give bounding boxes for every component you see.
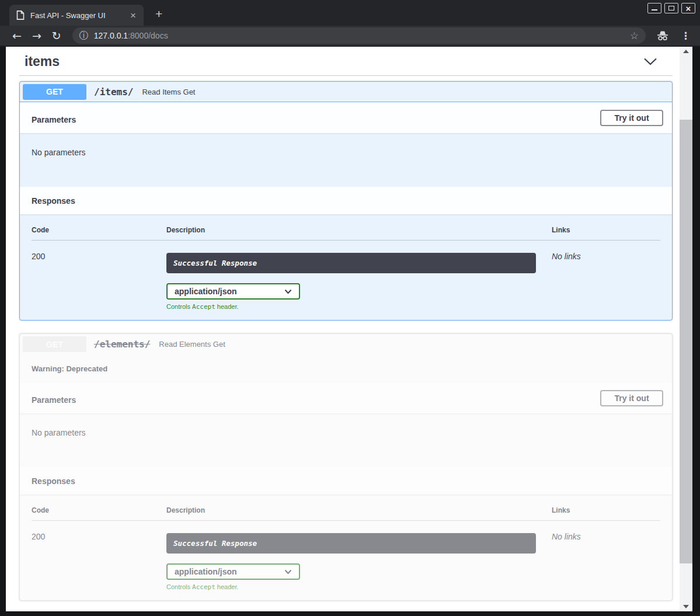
accept-header-hint: Controls Accept header.	[166, 303, 552, 311]
response-links: No links	[552, 241, 660, 311]
responses-body: Code Description Links 200 Successful Re…	[20, 214, 672, 320]
scrollbar-thumb[interactable]	[680, 120, 692, 563]
deprecated-warning: Warning: Deprecated	[20, 354, 672, 382]
close-window-button[interactable]: ×	[681, 3, 695, 13]
column-header-code: Code	[32, 226, 166, 241]
try-it-out-button[interactable]: Try it out	[600, 390, 663, 406]
response-code: 200	[32, 241, 166, 311]
browser-menu-icon[interactable]: ⋮	[677, 30, 694, 41]
responses-table: Code Description Links 200 Successful Re…	[32, 506, 660, 591]
parameters-tab[interactable]: Parameters	[32, 391, 76, 405]
url-path: :8000/docs	[128, 31, 168, 40]
accept-header-hint: Controls Accept header.	[166, 583, 552, 591]
responses-body: Code Description Links 200 Successful Re…	[20, 495, 672, 600]
maximize-button[interactable]	[664, 3, 678, 13]
operation-path: /items/	[94, 86, 133, 98]
column-header-links: Links	[552, 226, 660, 241]
minimize-icon	[652, 9, 657, 11]
parameters-body: No parameters	[20, 133, 672, 187]
operation-summary[interactable]: GET /items/ Read Items Get	[20, 82, 672, 102]
reload-icon[interactable]: ↻	[47, 29, 67, 43]
operation-path: /elements/	[94, 339, 150, 350]
select-chevron-icon	[284, 566, 292, 577]
parameters-tab[interactable]: Parameters	[32, 111, 76, 125]
column-header-links: Links	[552, 506, 660, 521]
method-badge: GET	[23, 84, 86, 100]
responses-table: Code Description Links 200 Successful Re…	[32, 226, 660, 311]
column-header-code: Code	[32, 506, 166, 521]
scrollbar-track[interactable]	[680, 56, 692, 602]
close-icon: ×	[686, 4, 691, 13]
response-code: 200	[32, 521, 166, 591]
new-tab-button[interactable]: +	[152, 6, 166, 21]
parameters-header: Parameters Try it out	[20, 382, 672, 413]
url-host: 127.0.0.1	[94, 31, 128, 40]
tab-close-icon[interactable]: ×	[127, 10, 139, 21]
bookmark-star-icon[interactable]: ☆	[630, 30, 639, 41]
minimize-button[interactable]	[647, 3, 661, 13]
responses-header: Responses	[20, 467, 672, 495]
response-description-box: Successful Response	[166, 253, 536, 273]
swagger-main: items GET /items/ Read Items Get	[6, 47, 680, 601]
incognito-icon	[656, 30, 669, 41]
swagger-page: items GET /items/ Read Items Get	[6, 47, 680, 611]
responses-title: Responses	[32, 476, 75, 486]
column-header-description: Description	[166, 506, 552, 521]
operation-get-elements-deprecated: GET /elements/ Read Elements Get Warning…	[19, 333, 673, 601]
operation-summary-text: Read Elements Get	[159, 340, 225, 349]
maximize-icon	[668, 6, 674, 11]
browser-toolbar: ← → ↻ ⓘ 127.0.0.1:8000/docs ☆ ⋮	[0, 26, 700, 47]
parameters-header: Parameters Try it out	[20, 102, 672, 133]
back-icon[interactable]: ←	[7, 29, 27, 43]
parameters-body: No parameters	[20, 413, 672, 467]
collapse-chevron-icon[interactable]	[643, 57, 657, 66]
window-controls: ×	[647, 3, 695, 13]
tag-section-header[interactable]: items	[19, 53, 673, 69]
browser-titlebar: Fast API - Swagger UI × + ×	[0, 0, 700, 26]
operation-get-items: GET /items/ Read Items Get Parameters Tr…	[19, 81, 673, 321]
responses-header: Responses	[20, 187, 672, 214]
response-description-cell: Successful Response application/json Con…	[166, 521, 552, 591]
address-bar[interactable]: ⓘ 127.0.0.1:8000/docs ☆	[72, 27, 646, 44]
no-parameters-text: No parameters	[32, 148, 86, 157]
response-links: No links	[552, 521, 660, 591]
select-chevron-icon	[284, 286, 292, 297]
media-type-select[interactable]: application/json	[166, 563, 300, 580]
url-text: 127.0.0.1:8000/docs	[94, 31, 630, 40]
site-info-icon[interactable]: ⓘ	[79, 30, 89, 42]
method-badge: GET	[23, 336, 86, 352]
column-header-description: Description	[166, 226, 552, 241]
tag-title: items	[25, 54, 60, 69]
page-area: items GET /items/ Read Items Get	[6, 47, 692, 611]
scroll-down-icon[interactable]	[680, 602, 692, 611]
scroll-up-icon[interactable]	[680, 47, 692, 56]
response-description-box: Successful Response	[166, 533, 536, 554]
page-scrollbar[interactable]	[680, 47, 692, 611]
browser-tab[interactable]: Fast API - Swagger UI ×	[9, 5, 144, 26]
responses-title: Responses	[32, 196, 75, 206]
response-description-cell: Successful Response application/json Con…	[166, 241, 552, 311]
browser-window: Fast API - Swagger UI × + × ← → ↻ ⓘ 127.…	[0, 0, 700, 616]
section-divider	[19, 75, 673, 76]
no-parameters-text: No parameters	[32, 428, 86, 437]
try-it-out-button[interactable]: Try it out	[600, 110, 663, 126]
forward-icon[interactable]: →	[27, 29, 47, 43]
media-type-select[interactable]: application/json	[166, 283, 300, 300]
tab-title: Fast API - Swagger UI	[30, 11, 127, 20]
document-favicon-icon	[16, 11, 25, 20]
operation-summary[interactable]: GET /elements/ Read Elements Get	[20, 334, 672, 354]
operation-summary-text: Read Items Get	[142, 88, 195, 96]
